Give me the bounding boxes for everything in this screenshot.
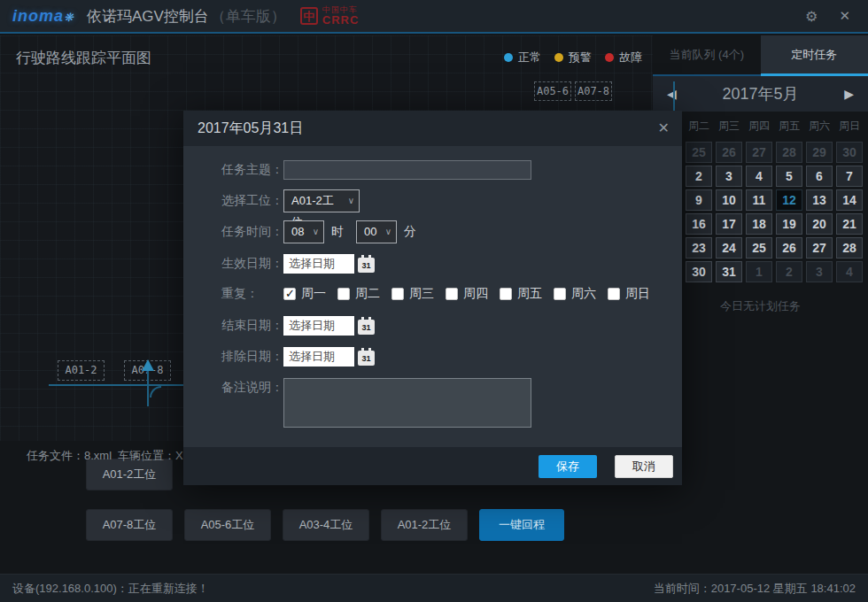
time-label: 任务时间： [221, 224, 283, 240]
calendar-day[interactable]: 1 [746, 261, 772, 282]
calendar-day[interactable]: 7 [836, 166, 863, 187]
calendar-day[interactable]: 11 [746, 189, 772, 211]
minute-select[interactable]: 00∨ [356, 220, 397, 243]
calendar-day[interactable]: 17 [716, 213, 742, 235]
calendar-day[interactable]: 28 [776, 142, 802, 163]
calendar-day[interactable]: 20 [806, 213, 833, 235]
end-date-input[interactable] [283, 316, 354, 336]
right-panel-tabs: 当前队列 (4个) 定时任务 [653, 35, 868, 76]
calendar-day[interactable]: 2 [686, 166, 712, 187]
calendar-day[interactable]: 4 [746, 166, 772, 187]
hour-select[interactable]: 08∨ [283, 220, 324, 243]
calendar-day[interactable]: 31 [716, 261, 742, 282]
calendar-day[interactable]: 25 [746, 237, 772, 259]
weekday-label: 周二 [686, 119, 712, 134]
checkbox-label: 周四 [463, 286, 488, 302]
status-dot-icon [554, 53, 563, 62]
current-time-label: 当前时间：2017-05-12 星期五 18:41:02 [654, 581, 856, 597]
calendar-day[interactable]: 5 [776, 166, 802, 187]
settings-gear-icon[interactable]: ⚙ [805, 8, 818, 25]
station-button[interactable]: A07-8工位 [86, 509, 173, 541]
calendar-picker-icon[interactable]: 31 [358, 348, 375, 366]
repeat-day-checkbox[interactable]: 周一 [283, 286, 326, 302]
repeat-day-checkbox[interactable]: 周四 [446, 286, 488, 302]
cancel-button[interactable]: 取消 [615, 455, 673, 478]
calendar-weekday-row: 周一周二周三周四周五周六周日 [655, 119, 863, 134]
repeat-label: 重复： [221, 286, 283, 302]
station-button[interactable]: A03-4工位 [283, 509, 369, 541]
calendar-day[interactable]: 25 [686, 142, 712, 163]
dialog-title: 2017年05月31日 [198, 111, 303, 146]
prev-month-icon[interactable]: ◀ [667, 87, 677, 101]
calendar-day[interactable]: 18 [746, 213, 772, 235]
calendar-day[interactable]: 12 [776, 189, 802, 211]
exclude-date-input[interactable] [283, 347, 354, 367]
repeat-day-checkbox[interactable]: 周六 [554, 286, 596, 302]
route-line-horizontal [49, 384, 183, 386]
route-line-vertical [147, 365, 149, 406]
calendar-picker-icon[interactable]: 31 [358, 255, 375, 273]
calendar-day[interactable]: 2 [776, 261, 802, 282]
station-select[interactable]: A01-2工位∨ [283, 189, 360, 212]
next-month-icon[interactable]: ▶ [844, 87, 854, 101]
calendar-day[interactable]: 3 [806, 261, 833, 282]
checkbox-icon [283, 288, 296, 300]
legend-label: 预警 [569, 50, 592, 66]
dialog-close-icon[interactable]: ✕ [658, 111, 670, 146]
weekday-label: 周六 [806, 119, 833, 134]
calendar-day[interactable]: 26 [716, 142, 742, 163]
repeat-day-checkbox[interactable]: 周二 [337, 286, 380, 302]
status-legend: 正常 预警 故障 [504, 50, 642, 66]
calendar-day[interactable]: 10 [716, 189, 742, 211]
repeat-day-checkbox[interactable]: 周三 [391, 286, 434, 302]
map-station-box: A07-8 [575, 81, 612, 101]
calendar-day[interactable]: 19 [776, 213, 802, 235]
task-subject-input[interactable] [283, 160, 531, 180]
calendar-day[interactable]: 30 [686, 261, 712, 282]
calendar-day[interactable]: 21 [836, 213, 863, 235]
end-date-label: 结束日期： [221, 318, 283, 334]
save-button[interactable]: 保存 [539, 455, 597, 478]
calendar-day[interactable]: 4 [836, 261, 863, 282]
station-button[interactable]: A05-6工位 [184, 509, 271, 541]
calendar-grid: 2425262728293012345678910111213141516171… [655, 142, 863, 282]
calendar-icon-body: 31 [358, 351, 375, 366]
return-home-button[interactable]: 一键回程 [479, 509, 564, 541]
route-line-curve [150, 386, 161, 397]
calendar-day[interactable]: 16 [686, 213, 712, 235]
repeat-day-checkbox[interactable]: 周五 [500, 286, 542, 302]
page-title: 行驶路线跟踪平面图 [16, 48, 151, 68]
calendar-day[interactable]: 26 [776, 237, 802, 259]
remark-textarea[interactable] [283, 378, 531, 428]
calendar-picker-icon[interactable]: 31 [358, 317, 375, 335]
calendar-day[interactable]: 29 [806, 142, 833, 163]
calendar-day[interactable]: 3 [716, 166, 742, 187]
calendar-day[interactable]: 30 [836, 142, 863, 163]
checkbox-icon [608, 288, 620, 300]
dialog-header: 2017年05月31日 ✕ [183, 111, 682, 146]
legend-item: 预警 [554, 50, 592, 66]
calendar-day[interactable]: 23 [686, 237, 712, 259]
calendar-day[interactable]: 24 [716, 237, 742, 259]
checkbox-label: 周六 [571, 286, 596, 302]
station-button[interactable]: A01-2工位 [381, 509, 468, 541]
tab-current-queue[interactable]: 当前队列 (4个) [653, 35, 761, 76]
calendar-day[interactable]: 9 [686, 189, 712, 211]
calendar-day[interactable]: 27 [806, 237, 833, 259]
window-close-icon[interactable]: ✕ [839, 8, 850, 24]
calendar-day[interactable]: 13 [806, 189, 833, 211]
crrc-emblem-icon: 中 [300, 7, 318, 25]
start-date-input[interactable] [283, 254, 354, 274]
remark-label: 备注说明： [221, 380, 283, 396]
subject-label: 任务主题： [221, 162, 283, 178]
calendar-day[interactable]: 27 [746, 142, 772, 163]
repeat-day-checkbox[interactable]: 周日 [608, 286, 650, 302]
calendar-day[interactable]: 28 [836, 237, 863, 259]
crrc-en-label: CRRC [322, 14, 360, 26]
calendar-header: ◀ 2017年5月 ▶ [653, 76, 868, 112]
status-bar: 设备(192.168.0.100)：正在重新连接！ 当前时间：2017-05-1… [0, 574, 868, 602]
calendar-day[interactable]: 6 [806, 166, 833, 187]
calendar-day[interactable]: 14 [836, 189, 863, 211]
checkbox-icon [337, 288, 350, 300]
tab-scheduled-tasks[interactable]: 定时任务 [761, 35, 868, 76]
